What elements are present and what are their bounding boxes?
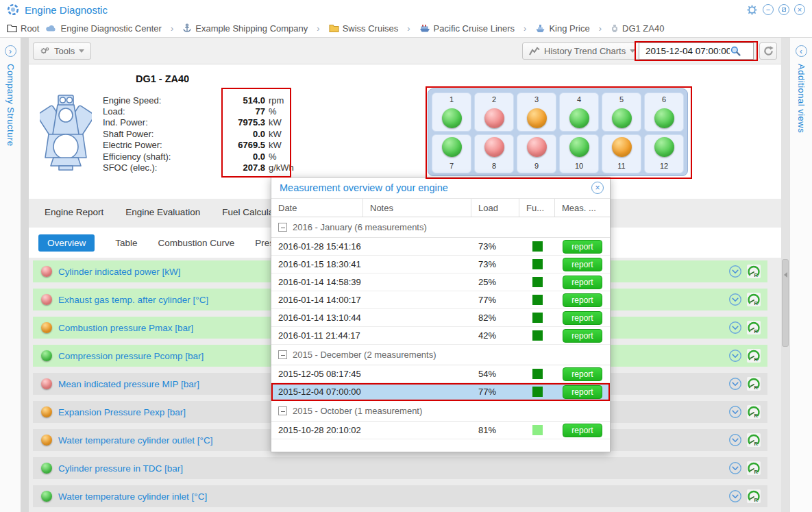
popup-table-row[interactable]: 2016-01-15 18:30:41 73% report [271, 256, 610, 273]
fuel-status-square [532, 313, 543, 323]
expand-chevron-icon[interactable] [728, 377, 742, 391]
expand-chevron-icon[interactable] [728, 349, 742, 363]
expand-chevron-icon[interactable] [728, 321, 742, 334]
cylinder-status-light [527, 108, 547, 128]
measurement-row[interactable]: Water temperature cylinder inlet [°C] R [33, 485, 767, 507]
gauge-icon[interactable]: R [747, 321, 761, 334]
report-button[interactable]: report [563, 385, 602, 399]
column-load[interactable]: Load [471, 199, 519, 217]
gauge-icon[interactable]: R [747, 461, 761, 475]
subtab-overview[interactable]: Overview [38, 234, 95, 252]
svg-text:R: R [754, 413, 759, 419]
popup-group-header[interactable]: 2015 - December (2 measurements) [271, 345, 610, 365]
expand-chevron-icon[interactable] [728, 489, 742, 503]
breadcrumb-chevron: › [521, 23, 529, 34]
expand-chevron-icon[interactable] [728, 293, 742, 306]
panel-splitter[interactable] [21, 38, 29, 512]
popup-table-row[interactable]: 2016-01-11 21:44:17 42% report [271, 327, 610, 345]
history-trend-charts-dropdown[interactable]: History Trend Charts [522, 42, 642, 60]
cruise-ship-icon [419, 24, 430, 33]
cylinder-cell[interactable]: 4 [559, 93, 599, 132]
cylinder-cell[interactable]: 2 [474, 93, 514, 132]
gauge-icon[interactable]: R [747, 405, 761, 419]
measurement-row[interactable]: Cylinder pressure in TDC [bar] R [33, 457, 767, 479]
cylinder-cell[interactable]: 6 [644, 93, 684, 132]
settings-gear-icon[interactable] [746, 4, 758, 16]
additional-views-label[interactable]: Additional views [796, 64, 807, 133]
column-measurement[interactable]: Meas. ... [555, 199, 610, 217]
vertical-scrollbar[interactable] [781, 38, 789, 512]
cylinder-cell[interactable]: 3 [517, 93, 556, 132]
cylinder-cell[interactable]: 12 [644, 134, 684, 173]
datetime-input[interactable] [639, 46, 730, 56]
report-button[interactable]: report [563, 276, 602, 289]
gauge-icon[interactable]: R [747, 489, 761, 503]
collapse-group-icon[interactable] [278, 223, 287, 232]
collapse-group-icon[interactable] [278, 406, 287, 415]
collapse-group-icon[interactable] [278, 350, 287, 359]
popup-group-header[interactable]: 2016 - January (6 measurements) [271, 217, 610, 238]
expand-panel-icon[interactable]: ‹ [796, 45, 807, 57]
minimize-icon[interactable]: − [763, 4, 774, 15]
column-fuel[interactable]: Fu... [519, 199, 555, 217]
gauge-icon[interactable]: R [747, 433, 761, 447]
tab-engine-report[interactable]: Engine Report [45, 207, 103, 217]
app-logo-icon [7, 3, 19, 16]
column-date[interactable]: Date [271, 199, 363, 217]
report-button[interactable]: report [563, 293, 602, 307]
popup-table-row[interactable]: 2016-01-14 14:00:17 77% report [271, 291, 610, 309]
cylinder-cell[interactable]: 11 [602, 134, 641, 173]
expand-chevron-icon[interactable] [728, 433, 742, 447]
cylinder-cell[interactable]: 5 [602, 93, 641, 132]
fuel-status-square [532, 241, 543, 252]
breadcrumb-item-vessel[interactable]: King Price [535, 23, 589, 34]
cylinder-cell[interactable]: 7 [432, 134, 471, 173]
cylinder-cell[interactable]: 1 [432, 93, 471, 132]
popup-group-header[interactable]: 2015 - October (1 measurement) [271, 401, 610, 422]
report-button[interactable]: report [563, 329, 602, 343]
expand-chevron-icon[interactable] [728, 405, 742, 419]
close-window-icon[interactable]: × [794, 4, 805, 15]
expand-chevron-icon[interactable] [728, 265, 742, 278]
popup-table-row[interactable]: 2016-01-14 13:10:44 82% report [271, 309, 610, 327]
subtab-combustion-curve[interactable]: Combustion Curve [158, 238, 235, 248]
subtab-table[interactable]: Table [115, 238, 137, 248]
popup-table-row-selected[interactable]: 2015-12-04 07:00:00 77% report [271, 383, 610, 401]
breadcrumb-item-company[interactable]: Example Shipping Company [182, 23, 308, 34]
column-notes[interactable]: Notes [363, 199, 471, 217]
gauge-icon[interactable]: R [747, 265, 761, 278]
report-button[interactable]: report [563, 311, 602, 325]
restore-icon[interactable] [778, 4, 789, 15]
report-button[interactable]: report [563, 240, 602, 254]
popup-close-icon[interactable]: × [591, 182, 604, 194]
cylinder-cell[interactable]: 9 [517, 134, 556, 173]
tools-dropdown[interactable]: Tools [33, 42, 91, 60]
refresh-button[interactable] [759, 42, 777, 60]
breadcrumb-item-group[interactable]: Pacific Cruise Liners [419, 23, 515, 34]
company-structure-label[interactable]: Company Structure [5, 64, 16, 147]
cylinder-cell[interactable]: 8 [474, 134, 514, 173]
breadcrumb-item-engine[interactable]: DG1 ZA40 [611, 23, 664, 34]
popup-table-row[interactable]: 2015-10-28 20:10:02 81% report [271, 422, 610, 439]
popup-table-row[interactable]: 2015-12-05 08:17:45 54% report [271, 365, 610, 383]
gauge-icon[interactable]: R [747, 377, 761, 391]
breadcrumb-item-center[interactable]: Engine Diagnostic Center [45, 23, 161, 34]
measurement-datetime-field[interactable] [639, 42, 754, 60]
report-button[interactable]: report [563, 367, 602, 381]
search-icon[interactable] [730, 45, 741, 57]
popup-table-row[interactable]: 2016-01-14 14:58:39 25% report [271, 273, 610, 291]
report-button[interactable]: report [563, 424, 602, 437]
gauge-icon[interactable]: R [747, 349, 761, 363]
expand-chevron-icon[interactable] [728, 461, 742, 475]
breadcrumb-item-root[interactable]: Root [7, 23, 39, 34]
status-ball-icon [41, 378, 52, 389]
breadcrumb-item-fleet[interactable]: Swiss Cruises [329, 23, 399, 34]
scrollbar-thumb[interactable] [782, 259, 789, 347]
gauge-icon[interactable]: R [747, 293, 761, 306]
engine-title: DG1 - ZA40 [136, 73, 189, 84]
popup-table-row[interactable]: 2016-01-28 15:41:16 73% report [271, 238, 610, 256]
tab-engine-evaluation[interactable]: Engine Evaluation [125, 207, 200, 217]
report-button[interactable]: report [563, 258, 602, 271]
cylinder-cell[interactable]: 10 [559, 134, 599, 173]
expand-panel-icon[interactable]: › [5, 45, 16, 57]
